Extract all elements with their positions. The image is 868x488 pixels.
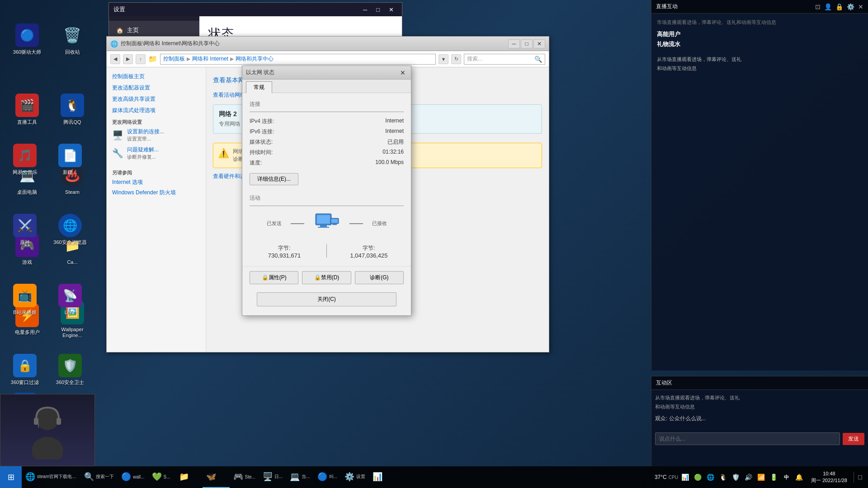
ipv6-value: Internet bbox=[385, 128, 404, 136]
tray-360-icon[interactable]: 🟢 bbox=[693, 472, 703, 483]
tray-shield-icon[interactable]: 🛡️ bbox=[731, 472, 741, 483]
refresh-button[interactable]: ↻ bbox=[451, 54, 461, 64]
temperature-info: 37°C CPU bbox=[655, 474, 678, 480]
settings-maximize[interactable]: □ bbox=[373, 6, 383, 13]
tray-volume-icon[interactable]: 🔊 bbox=[743, 472, 754, 483]
send-button[interactable]: 发送 bbox=[843, 433, 864, 445]
taskbar-settings[interactable]: ⚙️ 设置 bbox=[341, 466, 369, 488]
recv-side: 已接收 bbox=[372, 220, 387, 227]
disable-button[interactable]: 🔒禁用(D) bbox=[302, 271, 351, 284]
rp-close-icon[interactable]: ✕ bbox=[858, 3, 863, 10]
tray-network-icon[interactable]: 📶 bbox=[756, 472, 767, 483]
sidebar-new-connection[interactable]: 🖥️ 设置新的连接... 设置宽带... bbox=[112, 128, 200, 142]
settings-minimize[interactable]: ─ bbox=[359, 6, 371, 13]
breadcrumb-network-internet[interactable]: 网络和 Internet bbox=[192, 55, 228, 63]
start-button[interactable]: ⊞ bbox=[0, 466, 22, 488]
folder-taskbar-icon: 📁 bbox=[179, 472, 189, 482]
ethernet-titlebar: 以太网 状态 ✕ bbox=[242, 66, 411, 80]
cpu-label: CPU bbox=[669, 475, 678, 480]
rp-settings-icon[interactable]: ⚙️ bbox=[847, 3, 854, 10]
ethernet-close[interactable]: ✕ bbox=[398, 69, 407, 77]
taskbar-folder[interactable]: 📁 bbox=[175, 466, 203, 488]
network-titlebar: 🌐 控制面板\网络和 Internet\网络和共享中心 ─ □ ✕ bbox=[107, 37, 549, 51]
taskbar-steam[interactable]: 🎮 Ste... bbox=[230, 466, 259, 488]
icon-360browser[interactable]: 🌐 360安全浏览器 bbox=[47, 210, 93, 249]
show-desktop-icon[interactable]: □ bbox=[854, 472, 864, 483]
sidebar-advanced-sharing[interactable]: 更改高级共享设置 bbox=[112, 95, 200, 103]
message-input[interactable] bbox=[655, 432, 840, 445]
comments-text: 从市场直播观看进场，弹幕评论、送礼和动画等互动信息 bbox=[655, 394, 864, 412]
taskbar-wallpaper[interactable]: 🔵 wall... bbox=[118, 466, 148, 488]
rp-people-icon[interactable]: 👤 bbox=[824, 3, 832, 10]
details-button[interactable]: 详细信息(E)... bbox=[250, 173, 298, 185]
icon-360driver[interactable]: 🔵 360驱动大师 bbox=[5, 5, 50, 75]
sidebar-control-panel-home[interactable]: 控制面板主页 bbox=[112, 73, 200, 80]
taskbar-search[interactable]: 🔍 搜索一下 bbox=[80, 466, 118, 488]
sidebar-media-stream[interactable]: 媒体流式处理选项 bbox=[112, 107, 200, 114]
address-path[interactable]: 控制面板 ▶ 网络和 Internet ▶ 网络和共享中心 bbox=[160, 54, 436, 65]
ipv4-value: Internet bbox=[385, 117, 404, 125]
taskbar-items: 🌐 steam官网下载电脑版 🔍 搜索一下 🔵 wall... 💚 S... 📁… bbox=[22, 466, 651, 488]
icon-liv[interactable]: 📡 LIV... bbox=[47, 280, 93, 319]
breadcrumb-control-panel[interactable]: 控制面板 bbox=[163, 55, 185, 63]
icon-yuanshen[interactable]: ⚔️ 原神 bbox=[2, 210, 47, 249]
tray-battery-icon[interactable]: 🔋 bbox=[769, 472, 779, 483]
tray-cpu-icon[interactable]: 📊 bbox=[680, 472, 691, 483]
tray-net-icon[interactable]: 🌐 bbox=[705, 472, 716, 483]
tray-chinese-icon[interactable]: 中 bbox=[781, 472, 792, 483]
new-connection-link[interactable]: 设置新的连接... bbox=[127, 128, 164, 136]
tray-notification-icon[interactable]: 🔔 bbox=[794, 472, 805, 483]
icon-360filter[interactable]: 🔒 360窗口过滤 bbox=[2, 350, 47, 389]
svg-rect-2 bbox=[320, 225, 327, 227]
edge-label: steam官网下载电脑版 bbox=[37, 474, 77, 480]
defender-link[interactable]: Windows Defender 防火墙 bbox=[112, 189, 200, 197]
sidebar-change-adapter[interactable]: 更改适配器设置 bbox=[112, 84, 200, 92]
windows-icon: ⊞ bbox=[8, 472, 14, 482]
back-button[interactable]: ◀ bbox=[110, 54, 120, 64]
taskbar-clock[interactable]: 10:48 周一 2022/11/28 bbox=[807, 470, 852, 484]
tray-qq-icon[interactable]: 🐧 bbox=[718, 472, 729, 483]
icon-live-tool[interactable]: 🎬 直播工具 bbox=[5, 75, 50, 145]
internet-options-link[interactable]: Internet 选项 bbox=[112, 178, 200, 186]
diagnose-button[interactable]: 诊断(G) bbox=[355, 271, 404, 284]
search-box[interactable]: 搜索... 🔍 bbox=[464, 54, 545, 65]
taskbar-edge[interactable]: 🌐 steam官网下载电脑版 bbox=[22, 466, 80, 488]
call-icon: 🔵 bbox=[317, 472, 327, 482]
up-button[interactable]: ↑ bbox=[136, 54, 146, 64]
icon-netease[interactable]: 🎵 网易云音乐 bbox=[2, 140, 47, 179]
network-close[interactable]: ✕ bbox=[533, 39, 545, 48]
rp-screen-icon[interactable]: ⊡ bbox=[815, 3, 821, 10]
taskbar-360[interactable]: 💚 S... bbox=[148, 466, 175, 488]
icon-qq[interactable]: 🐧 腾讯QQ bbox=[50, 75, 95, 145]
close-button[interactable]: 关闭(C) bbox=[257, 292, 396, 306]
icon-360security[interactable]: 🛡️ 360安全卫士 bbox=[47, 350, 93, 389]
rp-tip: 从市场直播观看进场，弹幕评论、送礼和动画等互动信息 bbox=[657, 55, 863, 73]
icon-new[interactable]: 📄 新建... bbox=[47, 140, 93, 179]
icon-recycle[interactable]: 🗑️ 回收站 bbox=[50, 5, 95, 75]
network-title: 控制面板\网络和 Internet\网络和共享中心 bbox=[121, 40, 508, 47]
new-connection-sub: 设置宽带... bbox=[127, 136, 164, 142]
properties-button[interactable]: 🔒属性(P) bbox=[250, 271, 298, 284]
taskbar-stats[interactable]: 📊 bbox=[369, 466, 396, 488]
sidebar-troubleshoot[interactable]: 🔧 问题疑难解... 诊断并修复... bbox=[112, 146, 200, 160]
taskbar-pc[interactable]: 💻 当... bbox=[286, 466, 313, 488]
dropdown-button[interactable]: ▼ bbox=[439, 54, 448, 64]
tab-general[interactable]: 常规 bbox=[246, 81, 272, 93]
right-panel: 直播互动 ⊡ 👤 🔒 ⚙️ ✕ 市场直播观看进场，弹幕评论、送礼和动画等互动信息… bbox=[651, 0, 868, 371]
taskbar-call[interactable]: 🔵 叫... bbox=[314, 466, 341, 488]
svg-point-8 bbox=[32, 437, 63, 460]
settings-home-label[interactable]: 主页 bbox=[127, 26, 139, 34]
taskbar-day[interactable]: 🖥️ 日... bbox=[259, 466, 286, 488]
network-maximize[interactable]: □ bbox=[521, 39, 533, 48]
wallpaper-label: wall... bbox=[133, 474, 145, 479]
taskbar-butterfly[interactable]: 🦋 bbox=[203, 466, 230, 488]
troubleshoot-link[interactable]: 问题疑难解... bbox=[127, 146, 159, 154]
day-label: 日... bbox=[274, 474, 283, 480]
warning-icon: ⚠️ bbox=[218, 148, 229, 159]
breadcrumb-network-sharing[interactable]: 网络和共享中心 bbox=[236, 55, 274, 63]
rp-lock-icon[interactable]: 🔒 bbox=[835, 3, 843, 10]
settings-close[interactable]: ✕ bbox=[385, 6, 397, 13]
icon-bilibili[interactable]: 📺 B站录播姬 bbox=[2, 280, 47, 319]
forward-button[interactable]: ▶ bbox=[123, 54, 133, 64]
network-minimize[interactable]: ─ bbox=[508, 39, 520, 48]
